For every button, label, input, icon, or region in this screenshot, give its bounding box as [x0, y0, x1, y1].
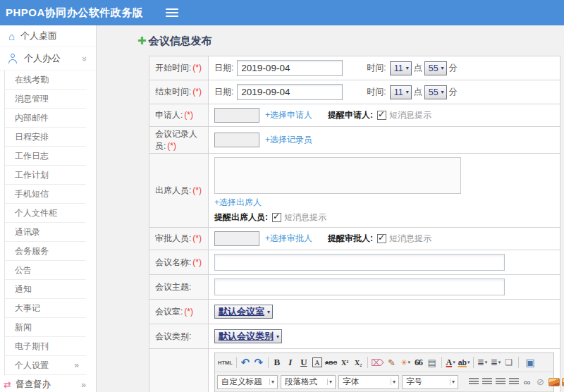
strikethrough-icon[interactable]: ABC — [324, 355, 338, 370]
new-document-icon[interactable]: ❏ — [503, 355, 516, 370]
undo-icon[interactable]: ↶ — [239, 355, 252, 370]
align-center-icon[interactable] — [480, 374, 494, 389]
person-icon — [8, 54, 18, 63]
sidebar-subitem[interactable]: 电子期刊 — [5, 337, 86, 356]
underline-icon[interactable]: U — [298, 355, 311, 370]
start-minute-select[interactable]: 55▾ — [424, 61, 447, 75]
font-family-select[interactable]: 字体▾ — [338, 375, 399, 389]
applicant-input[interactable] — [214, 108, 259, 123]
sidebar: ⌂ 个人桌面 个人办公 » 在线考勤 消息管理 内部邮件 日程安排 工作日 — [0, 25, 97, 392]
image-icon[interactable] — [547, 374, 560, 389]
custom-title-select[interactable]: 自定义标题▾ — [217, 375, 278, 389]
sms-checkbox[interactable]: ✓ — [377, 111, 386, 120]
choose-attendees-link[interactable]: +选择出席人 — [214, 197, 262, 209]
field-label: 会议名称: — [155, 257, 191, 267]
align-right-icon[interactable] — [494, 374, 507, 389]
attendees-textarea[interactable] — [214, 157, 461, 194]
required-marker: (*) — [167, 141, 176, 151]
choose-applicant-link[interactable]: +选择申请人 — [265, 109, 312, 121]
separator[interactable] — [518, 357, 519, 368]
sms-checkbox[interactable]: ✓ — [272, 213, 281, 222]
highlight-icon[interactable]: ab▾ — [458, 355, 471, 370]
home-icon: ⌂ — [8, 30, 15, 42]
paste-icon[interactable]: ▤ — [426, 355, 439, 370]
separator[interactable] — [367, 357, 368, 368]
date-label: 日期: — [214, 62, 233, 74]
start-date-input[interactable] — [237, 60, 343, 76]
meeting-category-select[interactable]: 默认会议类别▾ — [214, 329, 282, 343]
end-date-input[interactable] — [237, 84, 343, 100]
insert-image-icon[interactable] — [560, 374, 564, 389]
sidebar-subitem[interactable]: 通知 — [5, 280, 86, 299]
required-marker: (*) — [192, 87, 202, 97]
minute-unit-label: 分 — [449, 62, 458, 74]
link-icon[interactable]: ∞ — [520, 374, 534, 389]
chevron-down-icon: ▾ — [276, 333, 279, 340]
sidebar-subitem[interactable]: 会务服务 — [5, 242, 86, 261]
meeting-room-select[interactable]: 默认会议室▾ — [214, 305, 273, 319]
font-color-icon[interactable]: A▾ — [444, 355, 458, 370]
approver-input[interactable] — [214, 231, 259, 246]
sidebar-subitem[interactable]: 公告 — [5, 261, 86, 280]
quick-format-icon[interactable]: ✳▾ — [399, 355, 412, 370]
sidebar-subitem[interactable]: 通讯录 — [5, 223, 86, 242]
separator[interactable] — [441, 357, 442, 368]
sidebar-item-personal-office[interactable]: 个人办公 » — [0, 47, 96, 71]
align-left-icon[interactable] — [467, 374, 480, 389]
check-icon: ✓ — [378, 109, 385, 119]
eraser-icon[interactable]: ⌦ — [370, 355, 385, 370]
separator[interactable] — [236, 357, 237, 368]
sidebar-subitem[interactable]: 工作计划 — [5, 166, 86, 185]
subscript-icon[interactable]: X₂ — [352, 355, 365, 370]
separator[interactable] — [268, 357, 269, 368]
sidebar-subitem[interactable]: 工作日志 — [5, 147, 86, 166]
sidebar-item-personal-desktop[interactable]: ⌂ 个人桌面 — [0, 25, 96, 47]
sidebar-subitem[interactable]: 手机短信 — [5, 185, 86, 204]
form-row-recorder: 会议记录人员:(*) +选择记录员 — [149, 127, 560, 154]
sms-checkbox[interactable]: ✓ — [377, 234, 386, 243]
end-minute-select[interactable]: 55▾ — [424, 85, 447, 99]
bold-icon[interactable]: B — [271, 355, 284, 370]
meeting-name-input[interactable] — [214, 254, 505, 271]
recorder-input[interactable] — [214, 133, 259, 147]
paragraph-format-select[interactable]: 段落格式▾ — [281, 375, 336, 389]
ordered-list-icon[interactable]: ≣▾ — [476, 355, 489, 370]
end-hour-select[interactable]: 11▾ — [390, 85, 412, 99]
required-marker: (*) — [192, 257, 202, 267]
separator[interactable] — [473, 357, 474, 368]
html-source-icon[interactable]: HTML — [217, 355, 234, 370]
check-icon: ✓ — [273, 212, 280, 221]
superscript-icon[interactable]: X² — [338, 355, 352, 370]
sidebar-subitem[interactable]: 内部邮件 — [5, 109, 86, 128]
font-size-select[interactable]: 字号▾ — [402, 375, 458, 389]
sidebar-subitem[interactable]: 在线考勤 — [5, 71, 86, 90]
sidebar-subitem-personal-settings[interactable]: 个人设置 » — [5, 356, 86, 375]
shuffle-icon: ⇄ — [4, 379, 11, 390]
unlink-icon[interactable]: ⊘ — [534, 374, 547, 389]
align-justify-icon[interactable] — [507, 374, 520, 389]
chevron-right-icon: » — [74, 356, 79, 374]
hamburger-menu-icon[interactable] — [166, 6, 178, 19]
meeting-subject-input[interactable] — [214, 278, 505, 295]
start-hour-select[interactable]: 11▾ — [390, 61, 412, 75]
unordered-list-icon[interactable]: ≣▾ — [489, 355, 503, 370]
remind-attendees-label: 提醒出席人员: — [214, 212, 268, 223]
sidebar-subitem[interactable]: 大事记 — [5, 299, 86, 318]
app-title: PHPOA协同办公软件政务版 — [0, 6, 143, 20]
time-label: 时间: — [367, 86, 386, 98]
field-label: 审批人员: — [155, 233, 191, 243]
choose-recorder-link[interactable]: +选择记录员 — [265, 134, 312, 146]
redo-icon[interactable]: ↷ — [252, 355, 266, 370]
sidebar-subitem[interactable]: 消息管理 — [5, 90, 86, 109]
sidebar-item-supervision[interactable]: ⇄ 督查督办 » — [0, 375, 96, 392]
font-box-icon[interactable]: A — [311, 355, 324, 370]
blockquote-icon[interactable]: 66 — [412, 355, 426, 370]
sidebar-subitem[interactable]: 新闻 — [5, 318, 86, 337]
sidebar-subitem[interactable]: 个人文件柜 — [5, 204, 86, 223]
sms-label: 短消息提示 — [284, 212, 326, 223]
italic-icon[interactable]: I — [284, 355, 298, 370]
sidebar-subitem[interactable]: 日程安排 — [5, 128, 86, 147]
format-brush-icon[interactable]: ✎ — [386, 355, 399, 370]
choose-approver-link[interactable]: +选择审批人 — [265, 233, 312, 245]
fullscreen-icon[interactable]: ▣ — [521, 355, 537, 370]
